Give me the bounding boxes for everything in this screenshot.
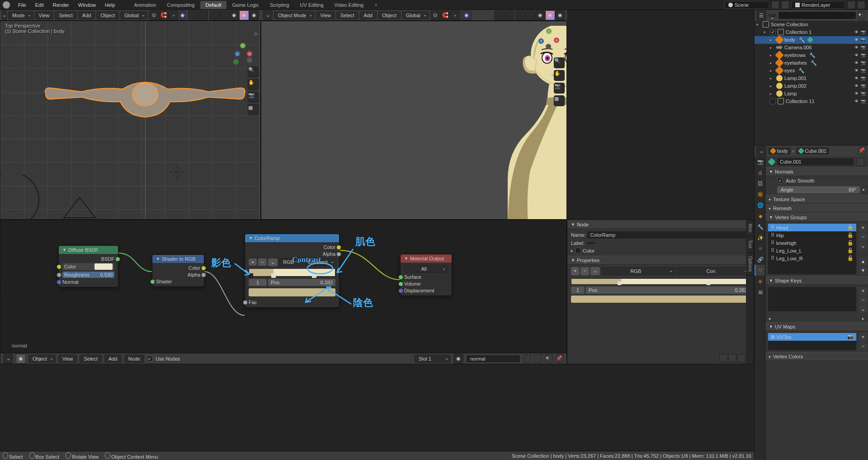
panel-vertex-groups[interactable]: ▼Vertex Groups — [765, 213, 868, 222]
menu-object-left[interactable]: Object — [96, 11, 119, 19]
snap-target-icon[interactable]: ▫ — [169, 10, 179, 20]
ns-stop-index[interactable]: 1 — [571, 286, 585, 294]
renderlayer-new-button[interactable] — [847, 1, 855, 9]
orientation-dropdown-right[interactable]: Global — [402, 11, 429, 19]
renderlayer-selector[interactable]: RenderLayer — [791, 1, 845, 9]
snap-icon[interactable]: 🧲 — [159, 10, 169, 20]
scene-selector[interactable]: Scene — [724, 1, 769, 9]
uvmap-row[interactable]: ⊞UVTex📷 — [768, 333, 856, 341]
overlay-visibility-icon[interactable] — [198, 10, 208, 20]
output-target[interactable]: All — [404, 265, 448, 273]
tab-material[interactable]: ◉ — [755, 276, 765, 286]
editor-type-select-ne[interactable]: ⌄ — [3, 354, 13, 364]
outliner-filter-icon[interactable]: ▾ — [858, 11, 866, 19]
vg-legr[interactable]: ⠿Leg_Low_R🔓 — [768, 254, 856, 262]
panel-remesh[interactable]: ▸Remesh — [765, 204, 868, 213]
orientation-dropdown-left[interactable]: Global — [120, 11, 147, 19]
ns-name-field[interactable]: ColorRamp — [587, 231, 750, 239]
collection-enable-checkbox[interactable] — [770, 99, 776, 104]
zoom-icon[interactable]: 🔍 — [248, 66, 259, 77]
material-slot-dropdown[interactable]: Slot 1 — [415, 355, 451, 363]
tab-render[interactable]: 📷 — [755, 156, 765, 167]
ramp-pos-field[interactable]: Pos0.282 — [268, 279, 335, 286]
node-shader-to-rgb[interactable]: ▼Shader to RGB Color Alpha Shader — [152, 254, 204, 287]
vg-head[interactable]: ⠿Head🔓 — [768, 224, 856, 231]
node-material-output[interactable]: ▼Material Output All Surface Volume Disp… — [400, 254, 452, 296]
menu-render[interactable]: Render — [48, 1, 74, 9]
workspace-tab-animation[interactable]: Animation — [129, 1, 162, 9]
ortho-toggle-icon-r[interactable]: ▦ — [554, 95, 565, 106]
tab-physics[interactable]: ⚛ — [755, 243, 765, 254]
ns-interp[interactable]: Con — [676, 267, 750, 275]
workspace-tab-videoediting[interactable]: Video Editing — [329, 1, 369, 9]
uv-add-button[interactable]: + — [859, 333, 867, 341]
collection-enable-checkbox[interactable] — [770, 29, 776, 35]
ns-menu[interactable]: ⌄ — [590, 267, 600, 275]
menu-help[interactable]: Help — [100, 1, 120, 9]
workspace-tab-compositing[interactable]: Compositing — [161, 1, 200, 9]
uv-remove-button[interactable]: − — [859, 342, 867, 350]
xray-icon-r[interactable] — [515, 10, 525, 20]
node-diffuse-bsdf[interactable]: ▼Diffuse BSDF BSDF Color Roughness0.530 … — [58, 245, 118, 287]
shading-matprev-icon-r[interactable]: ◉ — [545, 10, 555, 20]
workspace-tab-uvediting[interactable]: UV Editing — [295, 1, 329, 9]
ns-ramp-gradient[interactable] — [571, 278, 750, 285]
tab-object[interactable]: ◆ — [755, 211, 765, 221]
workspace-tab-default[interactable]: Default — [200, 1, 227, 9]
menu-view-left[interactable]: View — [35, 11, 54, 19]
snap-icon-r[interactable]: 🧲 — [440, 10, 450, 20]
workspace-tab-scripting[interactable]: Scripting — [264, 1, 295, 9]
node-editor[interactable]: ▼Diffuse BSDF BSDF Color Roughness0.530 … — [0, 220, 567, 364]
outliner-row-body[interactable]: ▸body🔧👁📷 — [755, 36, 868, 44]
ns-add[interactable]: + — [571, 267, 579, 275]
overlay-visibility-icon-r[interactable] — [504, 10, 514, 20]
tab-constraints[interactable]: 🔗 — [755, 254, 765, 265]
menu-file[interactable]: File — [14, 1, 31, 9]
vg-up-button[interactable]: ▴ — [859, 257, 867, 265]
sk-remove-button[interactable]: − — [859, 296, 867, 304]
camera-view-icon-r[interactable]: 📷 — [554, 83, 565, 94]
outliner-row-eyebrows[interactable]: ▸eyebrows🔧👁📷 — [755, 52, 868, 59]
shader-type-icon[interactable]: ◉ — [16, 354, 26, 364]
tab-mesh-data[interactable]: ▽ — [755, 265, 765, 276]
ramp-color-field[interactable] — [249, 288, 335, 296]
mode-dropdown-right[interactable]: Object Mode — [274, 11, 315, 19]
ns-vtab-tool[interactable]: Tool — [746, 236, 754, 252]
panel-texture-space[interactable]: ▸Texture Space — [765, 195, 868, 204]
gizmo-visibility-icon-r[interactable] — [494, 10, 504, 20]
ns-panel-properties[interactable]: ▼Properties — [567, 256, 754, 265]
proportional-edit-icon-r[interactable]: ◉ — [462, 10, 472, 20]
outliner-row-coll1[interactable]: ▾Collection 1👁📷 — [755, 28, 868, 36]
ns-vtab-item[interactable]: Item — [746, 220, 754, 236]
mat-copy-icon[interactable] — [534, 355, 542, 363]
ramp-mode[interactable]: RGB — [279, 258, 302, 266]
mesh-new-icon[interactable] — [856, 158, 864, 166]
scene-delete-button[interactable] — [781, 1, 789, 9]
pivot-icon[interactable]: ⊙ — [149, 10, 159, 20]
menu-edit[interactable]: Edit — [31, 1, 48, 9]
vg-menu-button[interactable]: ⌄ — [859, 242, 867, 250]
ne-backdrop-icon[interactable] — [737, 354, 745, 362]
ns-remove[interactable]: − — [580, 267, 589, 275]
tab-texture[interactable]: ▦ — [755, 286, 765, 297]
outliner-type-icon[interactable]: ☰ — [756, 10, 766, 20]
outliner-search[interactable] — [778, 11, 856, 19]
ns-vtab-options[interactable]: Options — [746, 253, 754, 276]
shading-rendered-icon[interactable]: ◉ — [249, 10, 259, 20]
shading-solid-icon[interactable]: ◉ — [229, 10, 239, 20]
app-logo[interactable] — [3, 1, 10, 9]
nav-gizmo-left[interactable]: Y X Z — [233, 43, 252, 62]
panel-uv-maps[interactable]: ▼UV Maps — [765, 322, 868, 331]
ne-overlay-icon[interactable] — [728, 354, 736, 362]
workspace-tab-gamelogic[interactable]: Game Logic — [226, 1, 264, 9]
ramp-add-stop[interactable]: + — [249, 258, 257, 266]
editor-type-icon-r[interactable]: ⌄ — [263, 10, 273, 20]
renderlayer-delete-button[interactable] — [857, 1, 865, 9]
menu-add-right[interactable]: Add — [360, 11, 377, 19]
angle-field[interactable]: Angle89° — [777, 186, 860, 193]
ramp-stop-0[interactable] — [249, 273, 253, 278]
material-linked-icon[interactable]: ◉ — [453, 354, 463, 364]
panel-shape-keys[interactable]: ▼Shape Keys — [765, 276, 868, 285]
viewport-right[interactable]: Z X Y 🔍 ✋ 📷 ▦ — [261, 21, 567, 220]
ramp-remove-stop[interactable]: − — [258, 258, 266, 266]
